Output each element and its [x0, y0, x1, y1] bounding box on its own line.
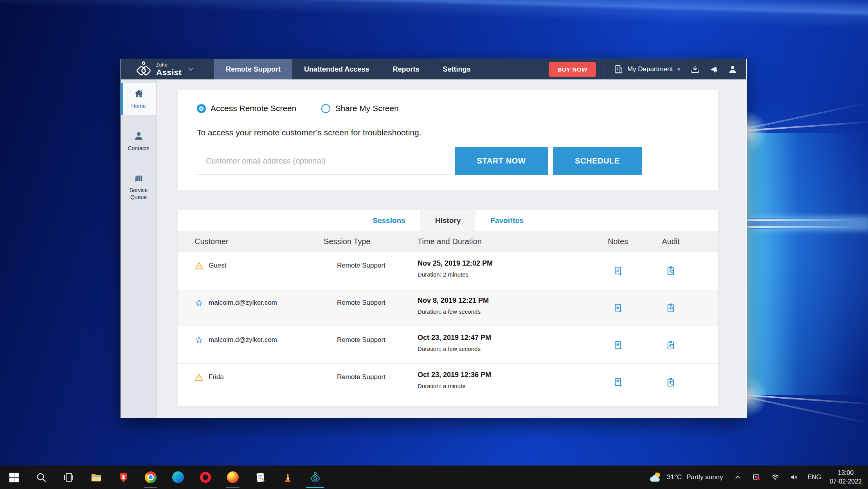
navbar-divider: [605, 59, 605, 79]
radio-access-remote-screen[interactable]: Access Remote Screen: [197, 104, 296, 113]
add-notes-icon[interactable]: [613, 377, 623, 388]
opera-button[interactable]: [192, 466, 219, 489]
tab-unattended-access[interactable]: Unattended Access: [292, 59, 381, 79]
tray-chevron-up[interactable]: [729, 473, 746, 482]
warning-triangle-icon: [194, 373, 203, 382]
session-duration: Duration: 2 minutes: [418, 271, 594, 278]
buy-now-button[interactable]: BUY NOW: [549, 62, 596, 77]
zoho-assist-logo-icon: [135, 61, 152, 78]
session-time: Nov 8, 2019 12:21 PM: [418, 297, 594, 305]
radio-selected-icon[interactable]: [197, 104, 206, 113]
brave-browser-button[interactable]: [110, 466, 137, 489]
language-indicator[interactable]: ENG: [803, 474, 826, 481]
start-button[interactable]: [0, 466, 27, 489]
tray-screen-sync[interactable]: [748, 473, 765, 482]
windows-start-icon: [8, 471, 20, 484]
column-notes: Notes: [594, 237, 641, 246]
task-view-button[interactable]: [55, 466, 82, 489]
table-row[interactable]: Frida Remote Support Oct 23, 2019 12:36 …: [178, 364, 718, 401]
brand-menu[interactable]: Zoho Assist: [121, 59, 214, 79]
radio-share-my-screen[interactable]: Share My Screen: [321, 104, 398, 113]
main-nav-tabs: Remote Support Unattended Access Reports…: [214, 59, 482, 79]
add-notes-icon[interactable]: [613, 303, 623, 313]
add-notes-icon[interactable]: [613, 340, 623, 351]
tab-remote-support[interactable]: Remote Support: [214, 59, 292, 79]
tab-history[interactable]: History: [420, 210, 475, 231]
radio-unselected-icon[interactable]: [321, 104, 330, 113]
schedule-button[interactable]: SCHEDULE: [553, 147, 642, 175]
session-duration: Duration: a few seconds: [418, 345, 594, 352]
sessions-history-card: Sessions History Favorites Customer Sess…: [178, 210, 718, 406]
column-time-duration: Time and Duration: [418, 237, 594, 246]
tray-volume[interactable]: [785, 473, 803, 482]
add-notes-icon[interactable]: [613, 266, 623, 276]
audit-icon[interactable]: [666, 377, 676, 388]
star-icon: [194, 336, 203, 345]
session-time: Oct 23, 2019 12:47 PM: [418, 334, 594, 342]
history-tabbar: Sessions History Favorites: [178, 210, 718, 231]
star-icon: [194, 298, 203, 307]
table-row[interactable]: malcolm.d@zylker.com Remote Support Nov …: [178, 289, 718, 327]
running-indicator: [226, 487, 240, 488]
wifi-icon: [771, 473, 780, 482]
vlc-icon: [282, 471, 294, 484]
windows-logo-divider: [737, 219, 868, 221]
session-duration: Duration: a few seconds: [418, 308, 594, 315]
notepad-button[interactable]: [247, 466, 274, 489]
edge-icon: [172, 471, 184, 483]
audit-icon[interactable]: [666, 340, 676, 351]
home-icon: [133, 88, 144, 99]
speaker-icon: [790, 473, 798, 482]
weather-temp: 31°C: [667, 473, 682, 481]
vlc-button[interactable]: [274, 466, 301, 489]
app-body: Home Contacts Service: [121, 79, 746, 418]
file-explorer-icon: [90, 471, 102, 484]
audit-icon[interactable]: [666, 266, 676, 276]
sidebar-item-home[interactable]: Home: [121, 83, 156, 115]
brand-product-text: Assist: [156, 68, 182, 77]
taskbar-clock[interactable]: 13:00 07-02-2022: [826, 469, 868, 485]
session-type: Remote Support: [324, 364, 418, 401]
sidebar-item-label: Service Queue: [122, 187, 155, 201]
start-now-button[interactable]: START NOW: [455, 147, 548, 175]
tray-network[interactable]: [767, 473, 784, 482]
table-row[interactable]: malcolm.d@zylker.com Remote Support Oct …: [178, 327, 718, 364]
panel-description: To access your remote customer’s screen …: [197, 128, 699, 137]
sidebar-item-service-queue[interactable]: Service Queue: [121, 167, 156, 206]
table-row[interactable]: Guest Remote Support Nov 25, 2019 12:02 …: [178, 252, 718, 289]
remote-session-card: Access Remote Screen Share My Screen To …: [178, 90, 718, 191]
column-session-type: Session Type: [324, 237, 418, 246]
zoho-assist-taskbar-button[interactable]: [301, 466, 329, 489]
tab-sessions[interactable]: Sessions: [358, 210, 420, 231]
chrome-button[interactable]: [137, 466, 164, 489]
department-selector[interactable]: My Department ▼: [614, 64, 681, 74]
tab-reports[interactable]: Reports: [381, 59, 431, 79]
tab-settings[interactable]: Settings: [431, 59, 482, 79]
weather-widget[interactable]: 31°C Partly sunny: [643, 466, 729, 489]
announcements-megaphone-icon[interactable]: [709, 64, 719, 74]
audit-icon[interactable]: [666, 303, 676, 313]
task-view-icon: [63, 471, 75, 484]
download-icon[interactable]: [690, 64, 700, 74]
sidebar-item-label: Contacts: [122, 145, 155, 152]
clock-time: 13:00: [830, 469, 862, 477]
customer-name: malcolm.d@zylker.com: [209, 299, 277, 307]
file-explorer-button[interactable]: [82, 466, 110, 489]
navbar-right-group: BUY NOW My Department ▼: [549, 59, 746, 79]
customer-email-input[interactable]: [197, 147, 449, 175]
sidebar-item-label: Home: [122, 103, 155, 110]
session-time: Nov 25, 2019 12:02 PM: [418, 259, 594, 268]
firefox-button[interactable]: [219, 466, 247, 489]
sidebar-item-contacts[interactable]: Contacts: [121, 125, 156, 157]
tab-favorites[interactable]: Favorites: [475, 210, 538, 231]
user-account-icon[interactable]: [728, 64, 738, 74]
column-customer: Customer: [194, 237, 324, 246]
edge-button[interactable]: [164, 466, 192, 489]
taskbar-search-button[interactable]: [27, 466, 55, 489]
partly-sunny-icon: [649, 471, 662, 483]
windows-taskbar: 31°C Partly sunny: [0, 466, 868, 489]
brave-icon: [117, 471, 130, 484]
customer-name: Guest: [209, 262, 226, 270]
chevron-down-icon[interactable]: [188, 67, 194, 71]
desktop-wallpaper: Zoho Assist Remote Support Unattended Ac…: [0, 0, 868, 489]
